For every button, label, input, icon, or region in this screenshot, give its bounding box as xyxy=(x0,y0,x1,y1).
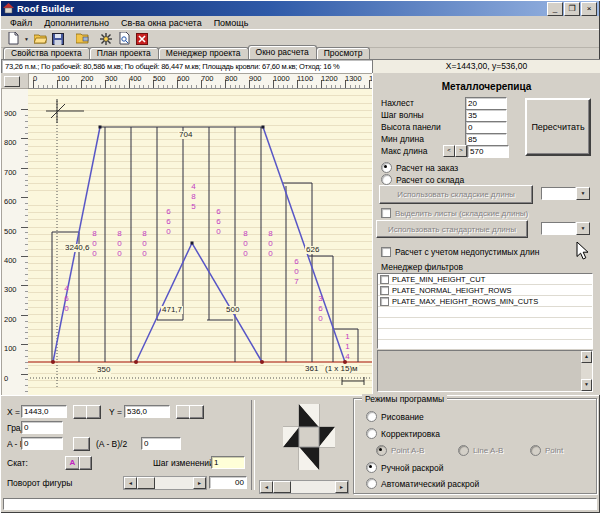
ruler-origin-button[interactable] xyxy=(4,76,20,87)
chevron-down-icon[interactable]: ▼ xyxy=(576,222,590,235)
project-folder-button[interactable] xyxy=(73,31,91,46)
scroll-thumb[interactable] xyxy=(273,481,291,493)
hruler-label: 800 xyxy=(225,74,238,83)
tab-4[interactable]: Просмотр xyxy=(316,47,371,59)
filter-row-0[interactable]: PLATE_MIN_HEIGHT_CUT xyxy=(378,274,592,285)
hruler-label: 100 xyxy=(57,74,70,83)
radio-row-stock[interactable]: Расчет со склада xyxy=(381,174,464,185)
stock-radio[interactable] xyxy=(381,174,392,185)
order-radio[interactable] xyxy=(381,162,392,173)
step-input[interactable]: 1 xyxy=(211,456,245,469)
maximize-button[interactable]: ❐ xyxy=(564,2,580,16)
highlight-sheets-row[interactable]: Выделить листы (складские длины) xyxy=(381,208,528,218)
mode-manual-radio[interactable] xyxy=(366,462,377,473)
y-input[interactable]: 536,0 xyxy=(124,405,170,418)
delete-button[interactable] xyxy=(133,31,151,46)
scroll-left-icon[interactable]: ◄ xyxy=(260,481,273,493)
invalid-lengths-label: Расчет с учетом недопустимых длин xyxy=(395,247,539,257)
scroll-down-icon[interactable]: ▼ xyxy=(581,379,592,391)
mode-correct-row[interactable]: Корректировка xyxy=(366,428,440,439)
scroll-right-icon[interactable]: ► xyxy=(193,477,206,489)
scroll-track[interactable] xyxy=(581,363,592,379)
pan-scrollbar[interactable]: ◄ ► xyxy=(259,480,349,494)
x-input[interactable]: 1443,0 xyxy=(21,405,67,418)
filter-checkbox[interactable] xyxy=(380,297,389,306)
point-label: Point xyxy=(545,446,563,455)
rotate-scrollbar[interactable]: ◄ ► xyxy=(123,476,207,490)
recalculate-button[interactable]: Пересчитать xyxy=(525,98,591,156)
use-standard-lengths-button[interactable]: Использовать стандартные длины xyxy=(376,220,528,238)
invalid-lengths-checkbox[interactable] xyxy=(381,247,391,257)
dpad-control[interactable] xyxy=(283,404,335,470)
scroll-track[interactable] xyxy=(291,481,335,493)
slope-a-button[interactable]: A xyxy=(65,456,80,470)
dpad-center[interactable] xyxy=(299,427,319,447)
open-button[interactable] xyxy=(31,31,49,46)
scroll-left-icon[interactable]: ◄ xyxy=(124,477,137,489)
scroll-track[interactable] xyxy=(155,477,193,489)
filter-checkbox[interactable] xyxy=(380,275,389,284)
tab-0[interactable]: Свойства проекта xyxy=(3,47,90,59)
radio-row-order[interactable]: Расчет на заказ xyxy=(381,162,458,173)
minimize-button[interactable]: _ xyxy=(547,2,563,16)
ab-input[interactable]: 0 xyxy=(21,437,63,450)
panel-length-label: 114 xyxy=(343,332,351,362)
invalid-lengths-row[interactable]: Расчет с учетом недопустимых длин xyxy=(381,247,539,257)
mode-draw-row[interactable]: Рисование xyxy=(366,411,424,422)
menu-item-0[interactable]: Файл xyxy=(4,18,38,28)
grad-input[interactable]: 0 xyxy=(21,421,63,434)
hruler-label: 1200 xyxy=(321,74,338,83)
new-dropdown-icon[interactable]: ▼ xyxy=(22,31,31,46)
drawing-canvas[interactable]: 7043240,6471,7500626350361(1 x 15)м46080… xyxy=(28,88,372,396)
use-stock-lengths-button[interactable]: Использовать складские длины xyxy=(379,185,533,204)
menu-item-1[interactable]: Дополнительно xyxy=(38,18,115,28)
menu-item-2[interactable]: Св-ва окна расчета xyxy=(115,18,208,28)
tab-3[interactable]: Окно расчета xyxy=(248,45,317,59)
y-label: Y = xyxy=(109,407,122,417)
tab-1[interactable]: План проекта xyxy=(89,47,159,59)
param-input[interactable]: 570 xyxy=(467,145,509,158)
mode-auto-row[interactable]: Автоматический раскрой xyxy=(366,478,479,489)
scroll-up-icon[interactable]: ▲ xyxy=(581,351,592,363)
spin-left-button[interactable]: < xyxy=(443,145,455,157)
log-scrollbar[interactable]: ▲ ▼ xyxy=(581,351,592,391)
mode-auto-radio[interactable] xyxy=(366,478,377,489)
stock-length-combo[interactable]: ▼ xyxy=(541,187,590,200)
mode-manual-row[interactable]: Ручной раскрой xyxy=(366,462,444,473)
mode-draw-radio[interactable] xyxy=(366,411,377,422)
save-button[interactable] xyxy=(49,31,67,46)
new-document-button[interactable] xyxy=(4,31,22,46)
status-bar-field xyxy=(3,498,597,510)
param-label: Мин длина xyxy=(381,134,465,144)
stock-length-combo-value[interactable] xyxy=(541,187,576,200)
chevron-down-icon[interactable]: ▼ xyxy=(576,187,590,200)
scroll-thumb[interactable] xyxy=(137,477,155,489)
scroll-right-icon[interactable]: ► xyxy=(335,481,348,493)
ab-button[interactable] xyxy=(73,437,90,451)
ab2-input[interactable]: 0 xyxy=(141,437,181,450)
filter-checkbox[interactable] xyxy=(380,286,389,295)
delete-x-icon xyxy=(136,33,148,45)
filter-list[interactable]: PLATE_MIN_HEIGHT_CUTPLATE_NORMAL_HEIGHT_… xyxy=(377,273,593,349)
y-unit-button-2[interactable] xyxy=(189,405,204,419)
slope-b-button[interactable] xyxy=(79,456,92,470)
hruler-label: 0 xyxy=(33,74,37,83)
material-title: Металлочерепица xyxy=(373,81,600,92)
hruler-label: 900 xyxy=(249,74,262,83)
filter-row-1[interactable]: PLATE_NORMAL_HEIGHT_ROWS xyxy=(378,285,592,296)
vruler-label: 300 xyxy=(4,285,17,294)
standard-length-combo-value[interactable] xyxy=(541,222,576,235)
mode-correct-radio[interactable] xyxy=(366,428,377,439)
spin-right-button[interactable]: > xyxy=(455,145,467,157)
open-folder-icon xyxy=(34,33,47,44)
preview-button[interactable] xyxy=(115,31,133,46)
filter-row-2[interactable]: PLATE_MAX_HEIGHT_ROWS_MIN_CUTS xyxy=(378,296,592,307)
standard-length-combo[interactable]: ▼ xyxy=(541,222,590,235)
options-button[interactable] xyxy=(97,31,115,46)
menu-item-3[interactable]: Помощь xyxy=(208,18,255,28)
tab-2[interactable]: Менеджер проекта xyxy=(158,47,249,59)
x-unit-button-2[interactable] xyxy=(86,405,101,419)
line-ab-label: Line A-B xyxy=(473,446,503,455)
close-button[interactable]: × xyxy=(581,2,597,16)
highlight-sheets-checkbox[interactable] xyxy=(381,208,391,218)
